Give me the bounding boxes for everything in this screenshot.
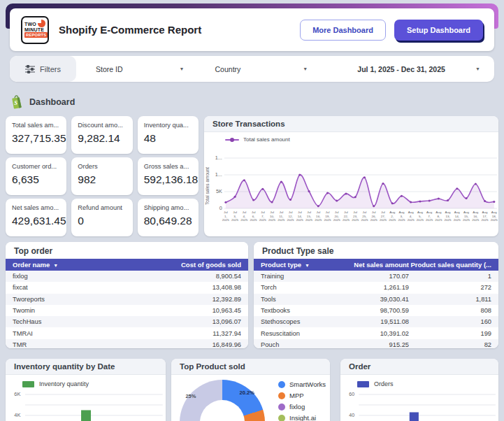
kpi-card: Orders982 — [71, 157, 132, 195]
svg-text:Jul4,2025: Jul4,2025 — [240, 210, 248, 222]
kpi-card: Gross sales a...592,136.18 — [138, 157, 199, 195]
column-header[interactable]: Cost of goods sold — [127, 261, 242, 269]
svg-text:4K: 4K — [14, 413, 20, 419]
svg-text:Jul10,2025: Jul10,2025 — [268, 210, 276, 222]
legend-item[interactable]: Insight.ai — [278, 414, 326, 421]
svg-text:Aug14,2025: Aug14,2025 — [454, 210, 461, 222]
legend-label: MPP — [289, 392, 304, 399]
row-value: 13,408.98 — [127, 284, 242, 291]
kpi-card: Customer ord...6,635 — [6, 157, 66, 195]
kpi-value: 429,631.45 — [12, 215, 60, 227]
row-label: Textbooks — [261, 307, 318, 314]
row-label: TMR — [13, 341, 127, 348]
chart-legend-item[interactable]: Total sales amount — [225, 136, 498, 143]
row-value: 199 — [409, 330, 491, 337]
more-dashboard-button[interactable]: More Dashboard — [300, 20, 386, 41]
kpi-value: 982 — [78, 173, 126, 186]
table-row: Twomin10,963.45 — [6, 305, 248, 316]
legend-dot-icon — [278, 404, 285, 411]
svg-text:Aug4,2025: Aug4,2025 — [408, 210, 415, 222]
row-label: TMRAI — [13, 330, 127, 337]
date-range-filter[interactable]: Jul 1, 2025 - Dec 31, 2025 ▼ — [326, 56, 494, 82]
kpi-label: Inventory qua... — [144, 122, 192, 129]
kpi-card: Net sales amo...429,631.45 — [6, 199, 66, 236]
order-chart: 6040 — [340, 390, 498, 421]
chart-legend-item[interactable]: Inventory quantity — [22, 380, 166, 387]
store-id-filter[interactable]: Store ID ▼ — [76, 56, 200, 82]
table-row: Tworeports12,392.89 — [6, 294, 248, 305]
sliders-icon — [25, 65, 35, 73]
svg-text:1...: 1... — [215, 156, 222, 162]
legend-label: Total sales amount — [243, 136, 290, 143]
chevron-down-icon: ▼ — [475, 66, 480, 71]
legend-label: fixlog — [289, 403, 305, 411]
svg-text:S: S — [14, 99, 17, 106]
svg-text:Jul22,2025: Jul22,2025 — [343, 210, 350, 222]
donut-slice-label: 20.2% — [240, 390, 254, 396]
row-label: TechHaus — [13, 318, 127, 325]
dashboard-section-head: S Dashboard — [10, 95, 504, 109]
svg-text:Jul7,2025: Jul7,2025 — [259, 210, 267, 222]
panel-title: Order — [340, 359, 498, 375]
legend-item[interactable]: SmartWorks — [278, 380, 326, 388]
top-product-donut-chart — [180, 380, 265, 421]
row-value: 160 — [409, 318, 491, 325]
table-row: Textbooks98,700.59808 — [254, 305, 498, 316]
setup-dashboard-button[interactable]: Setup Dashboard — [394, 20, 483, 41]
column-header[interactable]: Product sales quantity (... — [409, 261, 491, 269]
svg-text:Jul12,2025: Jul12,2025 — [287, 210, 295, 222]
svg-text:Aug18,2025: Aug18,2025 — [491, 210, 498, 222]
table-row: fixlog8,900.54 — [6, 271, 248, 282]
column-header[interactable]: Net sales amount — [318, 261, 409, 269]
table-row: TechHaus13,096.07 — [6, 316, 248, 327]
svg-text:Jul1,2025: Jul1,2025 — [222, 210, 230, 222]
kpi-label: Refund amount — [78, 204, 126, 211]
svg-text:Jul20,2025: Jul20,2025 — [333, 210, 341, 222]
svg-text:Aug2,2025: Aug2,2025 — [389, 210, 396, 222]
svg-text:Aug3,2025: Aug3,2025 — [398, 210, 405, 222]
row-value: 915.25 — [318, 341, 409, 348]
country-label: Country — [215, 65, 241, 73]
filter-bar: Filters Store ID ▼ Country ▼ Jul 1, 2025… — [10, 56, 494, 82]
row-label: fixcat — [13, 284, 127, 291]
legend-label: Insight.ai — [289, 414, 316, 421]
kpi-value: 327,715.35 — [12, 132, 60, 145]
kpi-card: Inventory qua...48 — [138, 116, 199, 154]
row-label: fixlog — [13, 273, 127, 280]
table-row: Stethoscopes19,511.08160 — [254, 316, 498, 327]
kpi-label: Total sales am... — [12, 122, 60, 129]
legend-item[interactable]: MPP — [278, 392, 326, 399]
column-header[interactable]: Product type▼ — [261, 261, 318, 269]
kpi-value: 48 — [144, 132, 192, 145]
svg-text:Jul15,2025: Jul15,2025 — [305, 210, 313, 222]
kpi-value: 592,136.18 — [144, 173, 192, 186]
table-row: Pouch915.2582 — [254, 339, 498, 348]
row-value: 82 — [409, 341, 491, 348]
legend-dot-icon — [278, 381, 285, 388]
app-header: TWO MINUTE REPORTS Shopify E-Commerce Re… — [10, 8, 494, 51]
table-row: Torch1,261.19272 — [254, 282, 498, 293]
svg-text:Jul26,2025: Jul26,2025 — [370, 210, 378, 222]
panel-title: Product Type sale — [254, 242, 498, 259]
legend-dot-icon — [278, 392, 285, 399]
table-header: Order name▼Cost of goods sold — [6, 259, 248, 271]
svg-text:1...: 1... — [215, 173, 222, 178]
kpi-label: Shipping amo... — [144, 204, 192, 211]
chart-legend-item[interactable]: Orders — [357, 380, 498, 387]
svg-text:5K: 5K — [216, 190, 222, 195]
table-row: Training170.071 — [254, 271, 498, 282]
row-label: Training — [261, 273, 318, 280]
row-value: 12,392.89 — [127, 296, 242, 303]
row-value: 98,700.59 — [318, 307, 409, 314]
filters-toggle[interactable]: Filters — [10, 56, 76, 82]
kpi-label: Net sales amo... — [12, 204, 60, 211]
svg-text:60: 60 — [349, 392, 354, 397]
top-order-table: Order name▼Cost of goods soldfixlog8,900… — [6, 259, 248, 348]
column-header[interactable]: Order name▼ — [13, 261, 127, 269]
logo-text: REPORTS — [24, 32, 48, 38]
row-value: 8,900.54 — [127, 273, 242, 280]
country-filter[interactable]: Country ▼ — [200, 56, 326, 82]
logo-text: MINUTE — [24, 27, 44, 33]
legend-item[interactable]: fixlog — [278, 403, 326, 411]
header-actions: More Dashboard Setup Dashboard — [300, 20, 483, 41]
